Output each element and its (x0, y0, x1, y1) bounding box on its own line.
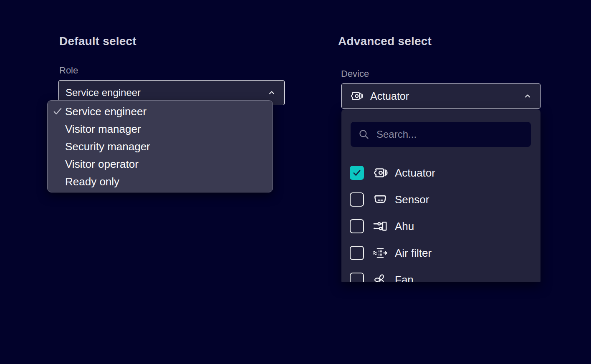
role-option-label: Visitor manager (65, 123, 141, 136)
ahu-icon (372, 220, 388, 233)
checkbox[interactable] (350, 246, 364, 260)
role-option[interactable]: Service engineer (48, 103, 273, 120)
checkbox[interactable] (350, 219, 364, 233)
role-dropdown-menu: Service engineer Visitor manager Securit… (47, 100, 273, 192)
device-option[interactable]: Ahu (341, 213, 540, 240)
device-option[interactable]: Air filter (341, 240, 540, 266)
component-demo-page: Default select Role Service engineer Ser… (0, 0, 591, 364)
role-option-label: Ready only (65, 175, 119, 188)
role-label: Role (59, 65, 78, 76)
checkbox[interactable] (350, 273, 364, 282)
device-select[interactable]: Actuator (341, 83, 540, 109)
device-dropdown-menu: Actuator Sensor Ahu (341, 109, 540, 282)
device-option[interactable]: Actuator (341, 159, 540, 186)
role-option-label: Security manager (65, 140, 150, 153)
device-option-label: Sensor (395, 193, 429, 206)
checkbox[interactable] (350, 192, 364, 207)
device-option-list: Actuator Sensor Ahu (341, 159, 540, 282)
role-option-label: Service engineer (65, 105, 146, 118)
actuator-icon (372, 166, 388, 179)
chevron-up-icon (267, 88, 277, 98)
checkbox[interactable] (350, 166, 364, 180)
search-icon (358, 129, 370, 140)
role-option[interactable]: Visitor manager (48, 120, 273, 138)
advanced-select-title: Advanced select (338, 35, 432, 48)
device-option-label: Air filter (395, 247, 432, 260)
air-filter-icon (372, 246, 388, 260)
device-option[interactable]: Sensor (341, 186, 540, 213)
default-select-title: Default select (59, 35, 136, 48)
sensor-icon (372, 193, 388, 206)
role-option[interactable]: Visitor operator (48, 155, 273, 173)
role-select-value: Service engineer (66, 87, 141, 99)
device-label: Device (341, 68, 369, 79)
fan-icon (372, 273, 388, 282)
checkmark-icon (52, 106, 63, 117)
checkbox-check-icon (351, 167, 362, 178)
actuator-icon (349, 90, 364, 102)
role-option-label: Visitor operator (65, 158, 139, 171)
role-option[interactable]: Security manager (48, 138, 273, 155)
role-option[interactable]: Ready only (48, 173, 273, 190)
device-search (351, 122, 531, 147)
device-option-label: Ahu (395, 220, 414, 233)
chevron-up-icon (523, 91, 533, 101)
device-select-value: Actuator (370, 90, 409, 102)
device-option-label: Actuator (395, 167, 435, 179)
device-option[interactable]: Fan (341, 266, 540, 282)
search-input[interactable] (376, 129, 514, 140)
device-option-label: Fan (395, 273, 414, 283)
